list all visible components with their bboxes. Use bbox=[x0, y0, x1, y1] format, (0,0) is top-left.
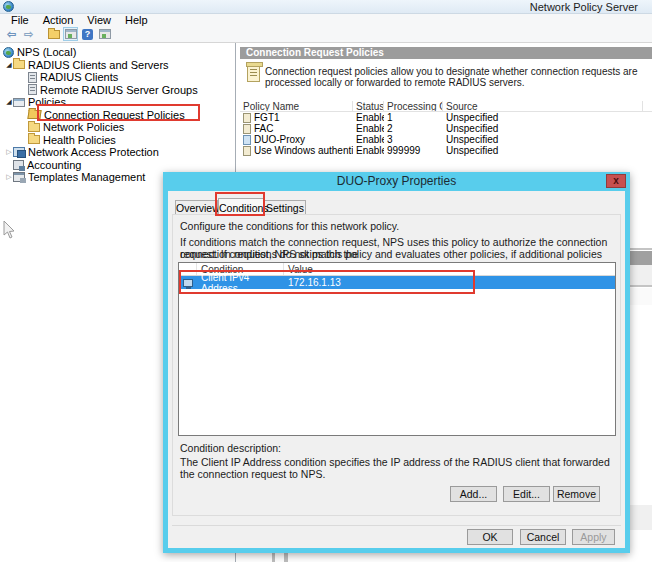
help-icon[interactable]: ? bbox=[80, 27, 95, 41]
server-group-icon bbox=[28, 84, 37, 95]
background-pane-line bbox=[630, 285, 652, 287]
dialog-titlebar[interactable]: DUO-Proxy Properties x bbox=[168, 172, 625, 191]
collapsed-triangle-icon[interactable]: ▷ bbox=[5, 148, 13, 156]
policy-table-header: Policy Name Status Processing Order Sour… bbox=[240, 101, 652, 112]
window-titlebar: Network Policy Server bbox=[0, 0, 652, 14]
tree-item-accounting[interactable]: Accounting bbox=[0, 159, 235, 172]
results-pane-header: Connection Request Policies bbox=[240, 47, 652, 59]
tab-overview[interactable]: Overview bbox=[175, 200, 218, 214]
toolbar-separator bbox=[38, 27, 44, 41]
mouse-cursor bbox=[2, 220, 16, 240]
table-row[interactable]: FGT1 Enabled 1 Unspecified bbox=[240, 112, 652, 123]
tree-item-radius-clients-and-servers[interactable]: ◢ RADIUS Clients and Servers bbox=[0, 59, 235, 72]
background-pane-header bbox=[630, 251, 652, 265]
network-policy-server-window: Network Policy Server File Action View H… bbox=[0, 0, 652, 562]
folder-icon bbox=[13, 60, 25, 69]
collapsed-triangle-icon[interactable]: ▷ bbox=[5, 173, 13, 181]
table-row[interactable]: Use Windows authentication for all users… bbox=[240, 145, 652, 156]
background-scroll-tick bbox=[284, 553, 288, 562]
results-pane-description: Connection request policies allow you to… bbox=[265, 66, 651, 90]
menu-file[interactable]: File bbox=[4, 14, 36, 26]
column-source[interactable]: Source bbox=[443, 101, 643, 111]
policy-table: Policy Name Status Processing Order Sour… bbox=[240, 101, 652, 156]
table-row[interactable]: FAC Enabled 2 Unspecified bbox=[240, 123, 652, 134]
forward-arrow-icon[interactable]: ⇨ bbox=[21, 27, 36, 41]
back-arrow-icon[interactable]: ⇦ bbox=[4, 27, 19, 41]
dialog-divider bbox=[172, 525, 621, 526]
nps-globe-icon bbox=[3, 47, 14, 58]
close-icon[interactable]: x bbox=[606, 174, 626, 188]
export-list-icon[interactable] bbox=[46, 27, 61, 41]
table-row[interactable]: DUO-Proxy Enabled 3 Unspecified bbox=[240, 134, 652, 145]
background-pane-band bbox=[630, 288, 652, 305]
folder-icon bbox=[28, 135, 40, 144]
tab-settings[interactable]: Settings bbox=[264, 200, 306, 214]
policy-doc-icon bbox=[243, 146, 251, 156]
policy-doc-icon bbox=[243, 124, 251, 134]
condition-description-text: The Client IP Address condition specifie… bbox=[180, 456, 617, 480]
menu-view[interactable]: View bbox=[80, 14, 118, 26]
annotation-box-conditions-tab bbox=[215, 192, 265, 216]
column-processing-order[interactable]: Processing Order bbox=[384, 101, 443, 111]
column-policy-name[interactable]: Policy Name bbox=[240, 101, 353, 111]
folder-icon bbox=[28, 123, 40, 132]
accounting-icon bbox=[13, 160, 24, 170]
background-scroll-tick bbox=[272, 553, 275, 562]
dialog-body: Overview Conditions Settings Configure t… bbox=[168, 191, 625, 548]
column-status[interactable]: Status bbox=[353, 101, 384, 111]
background-pane-band bbox=[630, 505, 652, 530]
menu-action[interactable]: Action bbox=[36, 14, 81, 26]
annotation-box-connection-request-policies bbox=[37, 104, 200, 121]
edit-button[interactable]: Edit... bbox=[503, 486, 550, 502]
ok-button[interactable]: OK bbox=[467, 529, 513, 545]
tree-item-network-access-protection[interactable]: ▷ Network Access Protection bbox=[0, 146, 235, 159]
window-title: Network Policy Server bbox=[530, 1, 638, 13]
policies-icon bbox=[13, 98, 25, 107]
tree-item-health-policies[interactable]: Health Policies bbox=[0, 134, 235, 147]
conditions-intro-text: Configure the conditions for this networ… bbox=[180, 220, 399, 232]
policy-doc-icon bbox=[243, 113, 251, 123]
add-button[interactable]: Add... bbox=[450, 486, 497, 502]
expanded-triangle-icon[interactable]: ◢ bbox=[5, 98, 13, 106]
condition-description-label: Condition description: bbox=[180, 442, 281, 454]
menu-help[interactable]: Help bbox=[118, 14, 155, 26]
tree-item-remote-radius-server-groups[interactable]: Remote RADIUS Server Groups bbox=[0, 84, 235, 97]
tree-item-network-policies[interactable]: Network Policies bbox=[0, 121, 235, 134]
duo-proxy-properties-dialog: DUO-Proxy Properties x Overview Conditio… bbox=[163, 172, 630, 553]
show-console-tree-icon[interactable] bbox=[63, 27, 78, 41]
network-access-protection-icon bbox=[13, 147, 25, 157]
remove-button[interactable]: Remove bbox=[553, 486, 600, 502]
apply-button[interactable]: Apply bbox=[572, 529, 615, 545]
background-pane-line bbox=[630, 248, 652, 250]
menu-bar: File Action View Help bbox=[0, 14, 652, 26]
policy-doc-icon bbox=[243, 135, 251, 145]
background-pane-band bbox=[630, 265, 652, 285]
cancel-button[interactable]: Cancel bbox=[520, 529, 566, 545]
toolbar: ⇦ ⇨ ? bbox=[0, 26, 652, 43]
policy-scroll-icon bbox=[247, 63, 260, 82]
expanded-triangle-icon[interactable]: ◢ bbox=[5, 61, 13, 69]
annotation-box-condition-row bbox=[179, 270, 475, 294]
dialog-title: DUO-Proxy Properties bbox=[168, 172, 625, 190]
tree-item-nps-local[interactable]: NPS (Local) bbox=[0, 46, 235, 59]
show-action-pane-icon[interactable] bbox=[97, 27, 112, 41]
nps-app-icon bbox=[3, 1, 14, 12]
tree-item-radius-clients[interactable]: RADIUS Clients bbox=[0, 71, 235, 84]
templates-management-icon bbox=[13, 172, 25, 182]
server-icon bbox=[28, 72, 37, 83]
